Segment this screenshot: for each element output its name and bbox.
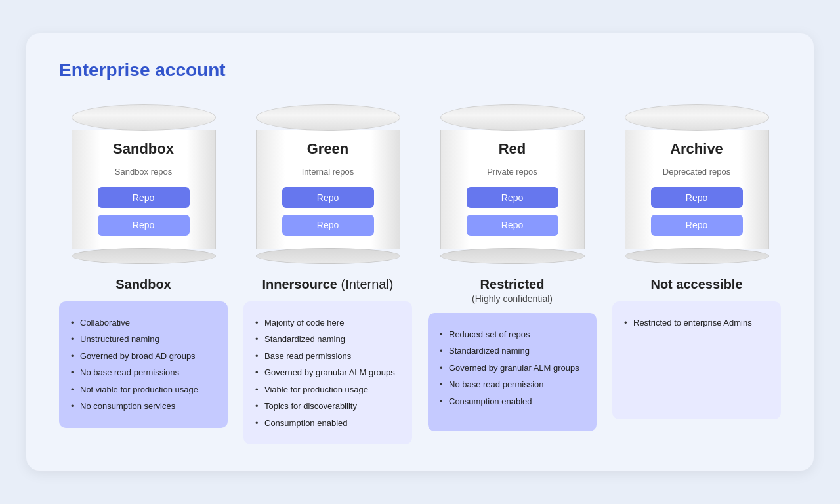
feature-item-green-1: Standardized naming (255, 331, 400, 348)
feature-box-green: Majority of code hereStandardized naming… (243, 301, 412, 445)
cylinder-bottom-archive (625, 248, 769, 264)
cylinder-subtitle-red: Private repos (487, 167, 537, 177)
cylinder-green: GreenInternal reposRepoRepo (256, 104, 400, 264)
cylinder-sandbox: SandboxSandbox reposRepoRepo (72, 104, 216, 264)
cylinder-body-green: GreenInternal reposRepoRepo (256, 130, 400, 249)
repo-btn-red-0[interactable]: Repo (467, 187, 558, 208)
feature-item-red-4: Consumption enabled (440, 393, 585, 410)
feature-item-red-3: No base read permission (440, 376, 585, 393)
repo-btn-archive-0[interactable]: Repo (651, 187, 743, 208)
section-label-main-green: Innersource (Internal) (262, 277, 393, 292)
section-label-main-sandbox: Sandbox (116, 277, 171, 292)
section-label-sandbox: Sandbox (116, 277, 171, 292)
repo-btn-sandbox-1[interactable]: Repo (98, 215, 190, 236)
cylinder-name-sandbox: Sandbox (113, 140, 174, 158)
column-archive: ArchiveDeprecated reposRepoRepoNot acces… (612, 104, 781, 445)
feature-item-sandbox-0: Collaborative (71, 314, 216, 331)
cylinder-name-red: Red (499, 140, 526, 158)
columns-container: SandboxSandbox reposRepoRepoSandboxColla… (59, 104, 781, 445)
cylinder-name-archive: Archive (670, 140, 723, 158)
feature-box-archive: Restricted to enterprise Admins (612, 301, 781, 419)
section-label-main-archive: Not accessible (650, 277, 742, 292)
cylinder-archive: ArchiveDeprecated reposRepoRepo (625, 104, 769, 264)
cylinder-name-green: Green (307, 140, 349, 158)
feature-item-green-2: Base read permissions (255, 348, 400, 365)
cylinder-bottom-green (256, 248, 400, 264)
feature-item-red-2: Governed by granular ALM groups (440, 360, 585, 377)
feature-box-sandbox: CollaborativeUnstructured namingGoverned… (59, 301, 228, 428)
cylinder-top-sandbox (72, 104, 216, 131)
feature-item-red-0: Reduced set of repos (440, 326, 585, 343)
feature-item-sandbox-3: No base read permissions (71, 364, 216, 381)
feature-item-green-4: Viable for production usage (255, 381, 400, 398)
repo-btn-green-1[interactable]: Repo (282, 215, 374, 236)
cylinder-body-sandbox: SandboxSandbox reposRepoRepo (72, 130, 216, 249)
column-sandbox: SandboxSandbox reposRepoRepoSandboxColla… (59, 104, 228, 445)
column-red: RedPrivate reposRepoRepoRestricted(Highl… (428, 104, 597, 445)
cylinder-red: RedPrivate reposRepoRepo (440, 104, 585, 264)
cylinder-subtitle-archive: Deprecated repos (663, 167, 730, 177)
feature-item-sandbox-5: No consumption services (71, 398, 216, 415)
feature-item-green-6: Consumption enabled (255, 415, 400, 432)
column-green: GreenInternal reposRepoRepoInnersource (… (243, 104, 412, 445)
feature-item-green-5: Topics for discoverability (255, 398, 400, 415)
cylinder-body-red: RedPrivate reposRepoRepo (440, 130, 585, 249)
feature-item-sandbox-2: Governed by broad AD groups (71, 348, 216, 365)
feature-item-sandbox-4: Not viable for production usage (71, 381, 216, 398)
section-label-sub-red: (Highly confidential) (472, 293, 553, 304)
cylinder-top-green (256, 104, 400, 131)
feature-item-green-0: Majority of code here (255, 314, 400, 331)
section-label-red: Restricted(Highly confidential) (472, 277, 553, 304)
feature-item-archive-0: Restricted to enterprise Admins (624, 314, 769, 331)
feature-item-green-3: Governed by granular ALM groups (255, 364, 400, 381)
feature-item-red-1: Standardized naming (440, 343, 585, 360)
repo-btn-red-1[interactable]: Repo (467, 215, 558, 236)
repo-btn-green-0[interactable]: Repo (282, 187, 374, 208)
repo-btn-archive-1[interactable]: Repo (651, 215, 743, 236)
cylinder-top-red (440, 104, 585, 131)
cylinder-body-archive: ArchiveDeprecated reposRepoRepo (625, 130, 769, 249)
section-label-main-red: Restricted (472, 277, 553, 292)
cylinder-top-archive (625, 104, 769, 131)
section-label-green: Innersource (Internal) (262, 277, 393, 292)
repo-btn-sandbox-0[interactable]: Repo (98, 187, 190, 208)
main-card: Enterprise account SandboxSandbox reposR… (26, 33, 814, 471)
cylinder-subtitle-sandbox: Sandbox repos (115, 167, 172, 177)
feature-item-sandbox-1: Unstructured naming (71, 331, 216, 348)
feature-box-red: Reduced set of reposStandardized namingG… (428, 313, 597, 431)
section-label-archive: Not accessible (650, 277, 742, 292)
cylinder-bottom-red (440, 248, 585, 264)
cylinder-bottom-sandbox (72, 248, 216, 264)
cylinder-subtitle-green: Internal repos (302, 167, 354, 177)
page-title: Enterprise account (59, 60, 781, 81)
